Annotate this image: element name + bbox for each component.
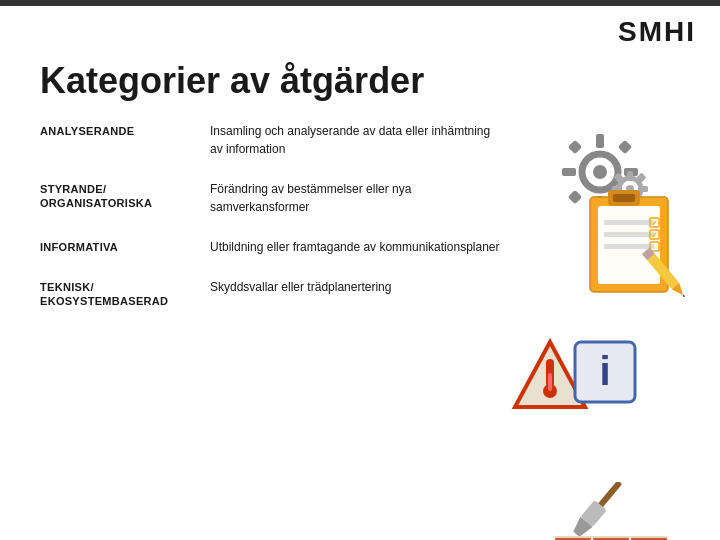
- svg-rect-2: [596, 134, 604, 148]
- category-description: Insamling och analyserande av data eller…: [210, 122, 500, 158]
- icons-column: ✓ ✓: [510, 122, 680, 540]
- svg-point-1: [593, 165, 607, 179]
- smhi-logo: SMHI: [618, 16, 696, 48]
- svg-text:✓: ✓: [651, 219, 658, 228]
- svg-rect-12: [627, 171, 633, 181]
- category-label: STYRANDE/ORGANISATORISKA: [40, 180, 210, 211]
- svg-text:✓: ✓: [651, 231, 658, 240]
- bricks-icon: [550, 482, 680, 540]
- category-description: Skyddsvallar eller trädplanertering: [210, 278, 500, 296]
- content-area: ANALYSERANDE Insamling och analyserande …: [0, 122, 720, 540]
- svg-rect-26: [604, 244, 654, 249]
- svg-rect-39: [548, 373, 552, 391]
- svg-rect-7: [618, 140, 632, 154]
- category-row: ANALYSERANDE Insamling och analyserande …: [40, 122, 500, 158]
- svg-rect-23: [613, 194, 635, 202]
- category-row: INFORMATIVA Utbildning eller framtagande…: [40, 238, 500, 256]
- svg-text:i: i: [599, 349, 610, 393]
- svg-rect-4: [562, 168, 576, 176]
- page-title: Kategorier av åtgärder: [0, 52, 720, 122]
- info-icon: i: [570, 337, 640, 407]
- category-row: TEKNISK/EKOSYSTEMBASERAD Skyddsvallar el…: [40, 278, 500, 309]
- category-label: INFORMATIVA: [40, 238, 210, 254]
- svg-rect-6: [568, 140, 582, 154]
- category-label: ANALYSERANDE: [40, 122, 210, 138]
- svg-rect-25: [604, 232, 654, 237]
- category-description: Förändring av bestämmelser eller nya sam…: [210, 180, 500, 216]
- categories-list: ANALYSERANDE Insamling och analyserande …: [40, 122, 500, 540]
- svg-line-35: [683, 295, 684, 297]
- category-label: TEKNISK/EKOSYSTEMBASERAD: [40, 278, 210, 309]
- clipboard-icon: ✓ ✓: [580, 182, 680, 302]
- logo-area: SMHI: [0, 6, 720, 52]
- category-description: Utbildning eller framtagande av kommunik…: [210, 238, 500, 256]
- icon-area: ✓ ✓: [510, 122, 670, 540]
- svg-rect-24: [604, 220, 654, 225]
- category-row: STYRANDE/ORGANISATORISKA Förändring av b…: [40, 180, 500, 216]
